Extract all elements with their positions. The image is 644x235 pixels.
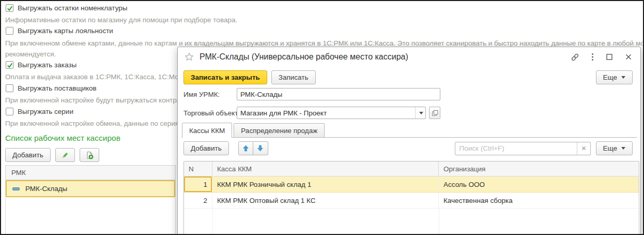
hint-text: При включенной настройке будут выгружать… (5, 96, 180, 104)
favorite-star-icon[interactable] (185, 52, 194, 62)
move-up-button[interactable] (238, 141, 253, 155)
open-in-window-icon (432, 110, 438, 116)
cell-n: 1 (184, 177, 212, 192)
checkmark-icon (7, 5, 13, 11)
arrow-down-icon (257, 145, 264, 152)
window-controls (571, 53, 632, 62)
cell-n: 2 (184, 193, 212, 208)
save-and-close-button[interactable]: Записать и закрыть (183, 70, 267, 84)
trade-object-input[interactable] (237, 107, 415, 119)
checkbox-upload-suppliers[interactable]: Выгружать поставщиков (6, 84, 97, 92)
catalog-item-icon (12, 187, 20, 190)
checkbox-box[interactable] (6, 84, 13, 92)
copy-document-icon (85, 151, 94, 159)
hint-text: рекомендуется. (5, 50, 56, 58)
hint-text: При включенной настройке обмена, данные … (5, 120, 179, 127)
clear-search-icon[interactable] (577, 142, 590, 155)
add-kkm-button[interactable]: Добавить (183, 141, 229, 155)
tab-label: Распределение продаж (241, 127, 317, 135)
dialog-more-button[interactable]: Еще (596, 70, 633, 84)
cell-kassa-kkm: ККМ РМК Розничный склад 1 (212, 177, 439, 192)
column-header-organizaciya: Организация (439, 161, 639, 176)
checkbox-box[interactable] (6, 108, 13, 115)
kkm-table: N Касса ККМ Организация 1 ККМ РМК Рознич… (183, 161, 639, 235)
tab-raspredelenie-prodazh[interactable]: Распределение продаж (234, 123, 325, 137)
checkbox-box[interactable] (6, 27, 13, 35)
tab-kassy-kkm[interactable]: Кассы ККМ (182, 123, 232, 138)
close-icon[interactable] (625, 53, 632, 61)
combo-dropdown-button[interactable] (415, 107, 425, 119)
trade-object-open-button[interactable] (429, 107, 440, 119)
maximize-icon[interactable] (606, 53, 613, 61)
checkbox-upload-series[interactable]: Выгружать серии (6, 108, 73, 115)
checkbox-label: Выгружать поставщиков (18, 84, 97, 92)
cell-organizaciya: Качественная сборка (439, 193, 639, 208)
link-icon[interactable] (571, 53, 579, 62)
column-header-kassa-kkm: Касса ККМ (212, 161, 439, 176)
checkbox-box[interactable] (6, 61, 13, 69)
more-button-label: Еще (603, 74, 617, 81)
hint-text: Оплата и выдача заказов в 1С:РМК, 1С:Кас… (5, 73, 179, 81)
move-row-buttons (238, 141, 268, 155)
workplaces-toolbar: Добавить (5, 148, 99, 162)
column-divider (439, 207, 439, 235)
workplaces-list: РМК-Склады (5, 180, 176, 234)
pencil-icon (61, 151, 69, 159)
kkm-table-header[interactable]: N Касса ККМ Организация (184, 161, 639, 177)
move-down-button[interactable] (253, 141, 268, 155)
edit-workplace-button[interactable] (55, 148, 75, 162)
urmk-name-input[interactable] (237, 88, 440, 100)
checkbox-upload-orders[interactable]: Выгружать заказы (6, 61, 76, 69)
dialog-tabs: Кассы ККМ Распределение продаж (181, 123, 637, 138)
list-item-rmk-sklady[interactable]: РМК-Склады (6, 180, 175, 197)
checkbox-label: Выгружать карты лояльности (18, 27, 113, 35)
table-toolbar: Добавить Еще (183, 141, 633, 155)
workplaces-list-header[interactable]: РМК (5, 165, 176, 180)
table-row[interactable]: 2 ККМ РМК Оптовый склад 1 КС Качественна… (184, 193, 639, 209)
cell-kassa-kkm: ККМ РМК Оптовый склад 1 КС (212, 193, 439, 208)
checkbox-upload-loyalty-cards[interactable]: Выгружать карты лояльности (6, 27, 113, 35)
urmk-name-label: Имя УРМК: (183, 91, 220, 98)
hint-text: При включенном обмене картами, данные по… (5, 39, 644, 47)
table-more-button[interactable]: Еще (596, 141, 633, 155)
dialog-title: РМК-Склады (Универсальное рабочее место … (200, 52, 408, 62)
chevron-down-icon (621, 147, 625, 150)
cell-organizaciya: Ассоль ООО (439, 177, 639, 192)
section-title-cashier-workplaces: Список рабочих мест кассиров (5, 134, 120, 143)
copy-workplace-button[interactable] (80, 148, 99, 162)
chevron-down-icon (419, 112, 423, 114)
hint-text: Информативные остатки по магазину для по… (5, 16, 237, 24)
app-window: Выгружать остатки номенклатуры Информати… (0, 0, 644, 235)
arrow-up-icon (242, 145, 249, 152)
dialog-command-bar: Записать и закрыть Записать Еще (183, 70, 633, 84)
dialog-titlebar: РМК-Склады (Универсальное рабочее место … (178, 47, 640, 63)
tab-label: Кассы ККМ (189, 127, 225, 135)
column-divider (212, 207, 213, 235)
search-box (455, 142, 591, 155)
add-workplace-button[interactable]: Добавить (5, 148, 51, 162)
checkmark-icon (7, 62, 13, 68)
checkbox-label: Выгружать остатки номенклатуры (18, 4, 127, 12)
more-vertical-icon[interactable] (591, 53, 594, 61)
table-row[interactable]: 1 ККМ РМК Розничный склад 1 Ассоль ООО (184, 177, 639, 193)
rmk-sklady-dialog: РМК-Склады (Универсальное рабочее место … (177, 47, 641, 235)
chevron-down-icon (621, 76, 625, 79)
checkbox-upload-stock[interactable]: Выгружать остатки номенклатуры (6, 4, 127, 12)
trade-object-label: Торговый объект: (183, 109, 240, 117)
checkbox-label: Выгружать заказы (18, 61, 76, 69)
checkbox-label: Выгружать серии (18, 108, 73, 115)
column-title: РМК (11, 169, 26, 177)
save-button[interactable]: Записать (271, 70, 316, 84)
list-item-label: РМК-Склады (25, 185, 67, 193)
more-button-label: Еще (603, 144, 617, 152)
search-input[interactable] (455, 142, 577, 155)
trade-object-combo (237, 107, 426, 119)
column-header-n: N (184, 161, 212, 176)
checkbox-box[interactable] (6, 4, 13, 12)
